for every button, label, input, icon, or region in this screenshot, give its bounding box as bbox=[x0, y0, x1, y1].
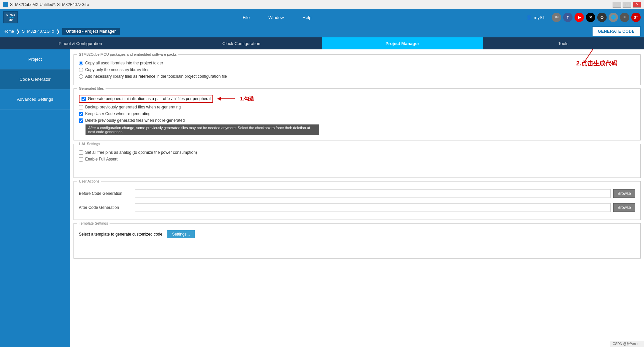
user-section[interactable]: 👤 myST bbox=[526, 15, 545, 20]
sidebar: Project Code Generator Advanced Settings bbox=[0, 49, 70, 347]
before-generation-browse[interactable]: Browse bbox=[613, 189, 635, 198]
template-row: Select a template to generate customized… bbox=[79, 229, 635, 240]
menu-window[interactable]: Window bbox=[266, 14, 287, 21]
user-actions-content: Before Code Generation Browse After Code… bbox=[79, 187, 635, 215]
hal-section-content: Set all free pins as analog (to optimize… bbox=[79, 149, 635, 172]
antenna-icon[interactable]: ≈ bbox=[620, 13, 629, 22]
checkbox-peripheral-highlighted[interactable]: Generate peripheral initialization as a … bbox=[79, 95, 213, 103]
radio-copy-all-input[interactable] bbox=[79, 61, 83, 65]
main-layout: Project Code Generator Advanced Settings… bbox=[0, 49, 644, 347]
app-icon bbox=[3, 2, 8, 7]
radio-add-reference[interactable]: Add necessary library files as reference… bbox=[79, 73, 635, 80]
checkbox-backup-label: Backup previously generated files when r… bbox=[85, 105, 181, 109]
breadcrumb-chip[interactable]: STM32F407ZGTx bbox=[22, 29, 54, 34]
breadcrumb-home-label: Home bbox=[3, 29, 14, 34]
hal-section-title: HAL Settings bbox=[77, 142, 102, 146]
maximize-button[interactable]: □ bbox=[623, 2, 631, 8]
checkbox-peripheral-row: Generate peripheral initialization as a … bbox=[79, 94, 635, 104]
before-generation-label: Before Code Generation bbox=[79, 191, 132, 196]
breadcrumb-project-label: Untitled - Project Manager bbox=[66, 29, 116, 34]
menu-help[interactable]: Help bbox=[300, 14, 314, 21]
checkbox-free-pins-label: Set all free pins as analog (to optimize… bbox=[85, 150, 197, 155]
tab-project-manager-label: Project Manager bbox=[385, 41, 419, 46]
checkbox-full-assert-input[interactable] bbox=[79, 157, 83, 161]
settings-button[interactable]: Settings... bbox=[167, 230, 194, 238]
annotation2-arrow bbox=[564, 49, 604, 66]
radio-add-reference-label: Add necessary library files as reference… bbox=[85, 74, 227, 79]
generated-files-section: Generated files Generate peripheral init… bbox=[73, 88, 641, 140]
close-button[interactable]: ✕ bbox=[633, 2, 641, 8]
status-bar: CSDN @待/Amode bbox=[610, 341, 644, 347]
radio-copy-all-label: Copy all used libraries into the project… bbox=[85, 61, 163, 65]
logo: STM32 Cube MX bbox=[3, 11, 18, 23]
tab-pinout-label: Pinout & Configuration bbox=[58, 41, 102, 46]
tab-clock[interactable]: Clock Configuration bbox=[161, 37, 322, 49]
checkbox-peripheral-input[interactable] bbox=[82, 97, 86, 101]
radio-copy-necessary-input[interactable] bbox=[79, 68, 83, 72]
st-icon[interactable]: ST bbox=[631, 13, 641, 22]
menu-bar: STM32 Cube MX File Window Help 👤 myST 1/… bbox=[0, 9, 644, 25]
title-bar-controls: ─ □ ✕ bbox=[613, 2, 641, 8]
tooltip-text: After a configuration change, some previ… bbox=[88, 126, 310, 134]
after-generation-row: After Code Generation Browse bbox=[79, 201, 635, 215]
generated-files-title: Generated files bbox=[77, 86, 106, 90]
checkbox-delete-generated[interactable]: Delete previously generated files when n… bbox=[79, 117, 635, 124]
tab-clock-label: Clock Configuration bbox=[222, 41, 260, 46]
logo-stm: STM32 bbox=[6, 13, 15, 16]
icon-number: 1/4 bbox=[552, 13, 561, 22]
logo-box: STM32 Cube MX bbox=[3, 11, 18, 23]
tab-tools-label: Tools bbox=[558, 41, 568, 46]
content-area: STM32Cube MCU packages and embedded soft… bbox=[70, 49, 644, 347]
before-generation-input[interactable] bbox=[135, 189, 611, 198]
mcu-section-content: Copy all used libraries into the project… bbox=[79, 60, 635, 80]
after-generation-browse[interactable]: Browse bbox=[613, 203, 635, 212]
radio-add-reference-input[interactable] bbox=[79, 74, 83, 79]
github-icon[interactable]: ⊙ bbox=[597, 13, 607, 22]
tooltip-box: After a configuration change, some previ… bbox=[86, 124, 319, 135]
breadcrumb-sep1: ❯ bbox=[16, 29, 20, 34]
breadcrumb-sep2: ❯ bbox=[56, 29, 60, 34]
checkbox-keep-user-code[interactable]: Keep User Code when re-generating bbox=[79, 110, 635, 117]
breadcrumb: Home ❯ STM32F407ZGTx ❯ Untitled - Projec… bbox=[0, 25, 644, 37]
status-text: CSDN @待/Amode bbox=[613, 342, 641, 346]
logo-mx: MX bbox=[9, 19, 13, 22]
checkbox-backup[interactable]: Backup previously generated files when r… bbox=[79, 104, 635, 110]
logo-cube: Cube bbox=[8, 16, 14, 19]
checkbox-full-assert[interactable]: Enable Full Assert bbox=[79, 156, 635, 162]
checkbox-free-pins[interactable]: Set all free pins as analog (to optimize… bbox=[79, 149, 635, 156]
after-generation-label: After Code Generation bbox=[79, 205, 132, 210]
sidebar-item-project-label: Project bbox=[28, 57, 42, 62]
youtube-icon[interactable]: ▶ bbox=[575, 13, 584, 22]
twitter-icon[interactable]: ✕ bbox=[586, 13, 595, 22]
sidebar-item-project[interactable]: Project bbox=[0, 49, 70, 69]
tab-pinout[interactable]: Pinout & Configuration bbox=[0, 37, 161, 49]
sidebar-item-code-generator[interactable]: Code Generator bbox=[0, 69, 70, 89]
tab-project-manager[interactable]: Project Manager bbox=[322, 37, 483, 49]
checkbox-keep-user-code-label: Keep User Code when re-generating bbox=[85, 111, 150, 116]
hal-section: HAL Settings Set all free pins as analog… bbox=[73, 144, 641, 178]
after-generation-input[interactable] bbox=[135, 203, 611, 212]
radio-copy-necessary[interactable]: Copy only the necessary library files bbox=[79, 66, 635, 73]
checkbox-delete-generated-input[interactable] bbox=[79, 118, 83, 123]
breadcrumb-project[interactable]: Untitled - Project Manager bbox=[62, 28, 120, 35]
globe-icon[interactable]: 🌐 bbox=[609, 13, 618, 22]
sidebar-item-advanced-settings-label: Advanced Settings bbox=[17, 97, 53, 102]
facebook-icon[interactable]: f bbox=[563, 13, 573, 22]
checkbox-free-pins-input[interactable] bbox=[79, 150, 83, 155]
menu-file[interactable]: File bbox=[240, 14, 253, 21]
sidebar-item-advanced-settings[interactable]: Advanced Settings bbox=[0, 89, 70, 109]
checkbox-backup-input[interactable] bbox=[79, 105, 83, 109]
breadcrumb-home[interactable]: Home bbox=[3, 29, 14, 34]
svg-line-0 bbox=[584, 49, 597, 63]
title-bar: STM32CubeMX Untitled*: STM32F407ZGTx ─ □… bbox=[0, 0, 644, 9]
radio-copy-all[interactable]: Copy all used libraries into the project… bbox=[79, 60, 635, 66]
user-label: myST bbox=[534, 15, 545, 20]
checkbox-keep-user-code-input[interactable] bbox=[79, 112, 83, 116]
template-settings-title: Template Settings bbox=[77, 221, 110, 225]
template-label: Select a template to generate customized… bbox=[79, 232, 162, 237]
tab-tools[interactable]: Tools bbox=[483, 37, 644, 49]
generated-files-content: Generate peripheral initialization as a … bbox=[79, 94, 635, 135]
generate-code-button[interactable]: GENERATE CODE bbox=[592, 26, 641, 36]
checkbox-delete-generated-label: Delete previously generated files when n… bbox=[85, 118, 185, 123]
minimize-button[interactable]: ─ bbox=[613, 2, 621, 8]
